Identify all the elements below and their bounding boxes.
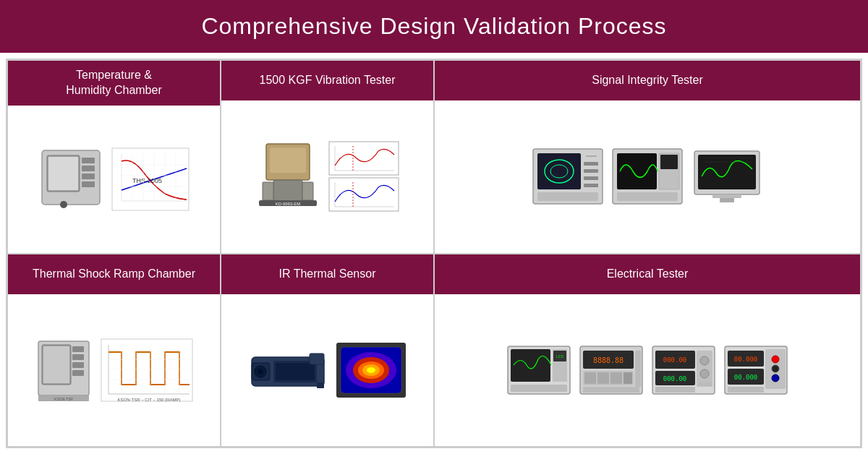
cell-header-electrical: Electrical Tester xyxy=(435,254,860,294)
svg-text:KSON-TSR: KSON-TSR xyxy=(54,397,73,401)
ir-sensor-device-image xyxy=(248,343,328,397)
vibration-machine-image: KD-9963-EM xyxy=(255,140,320,213)
digital-oscilloscope-image: LCD xyxy=(506,345,571,395)
svg-rect-46 xyxy=(617,153,657,189)
cell-electrical-tester: Electrical Tester LCD 8888.88 xyxy=(434,254,861,447)
svg-point-126 xyxy=(772,356,779,363)
pc-monitor-image xyxy=(691,147,763,205)
svg-rect-62 xyxy=(72,370,84,376)
svg-rect-5 xyxy=(82,174,95,179)
svg-rect-24 xyxy=(302,182,313,200)
svg-rect-43 xyxy=(584,184,598,187)
svg-text:00.000: 00.000 xyxy=(734,374,758,381)
oscilloscope2-image xyxy=(611,147,684,205)
cell-temp-humidity: Temperature &Humidity Chamber xyxy=(7,60,221,254)
page-wrapper: Comprehensive Design Validation Process … xyxy=(0,0,868,454)
svg-rect-4 xyxy=(82,166,95,171)
temp-chamber-device-image xyxy=(38,147,103,212)
svg-text:THS-2005: THS-2005 xyxy=(132,177,162,184)
svg-rect-40 xyxy=(584,162,598,166)
svg-rect-22 xyxy=(273,180,302,202)
svg-rect-54 xyxy=(712,194,741,198)
cell-vibration-tester: 1500 KGF Vibration Tester KD-9963-EM xyxy=(221,60,434,254)
cell-signal-integrity: Signal Integrity Tester xyxy=(434,60,861,254)
svg-rect-49 xyxy=(617,192,678,201)
cell-header-thermal-shock: Thermal Shock Ramp Chamber xyxy=(8,254,220,294)
svg-rect-44 xyxy=(537,192,598,201)
oscilloscope1-image xyxy=(532,147,604,205)
cell-header-ir-thermal: IR Thermal Sensor xyxy=(221,254,433,294)
svg-rect-55 xyxy=(720,198,734,202)
svg-point-127 xyxy=(772,365,779,372)
cell-header-temp-humidity: Temperature &Humidity Chamber xyxy=(8,61,220,106)
grid-container: Temperature &Humidity Chamber xyxy=(6,59,862,448)
svg-text:KD-9963-EM: KD-9963-EM xyxy=(275,202,300,206)
svg-rect-28 xyxy=(329,178,399,211)
svg-rect-83 xyxy=(276,363,315,380)
svg-point-7 xyxy=(60,201,67,208)
svg-rect-42 xyxy=(584,176,598,180)
svg-rect-85 xyxy=(317,382,324,388)
temp-chamber-chart-image: THS-2005 xyxy=(111,147,190,212)
power-supply2-image: 00.000 00.000 xyxy=(723,345,788,395)
svg-rect-58 xyxy=(43,346,69,383)
svg-text:8888.88: 8888.88 xyxy=(593,356,624,364)
vibration-chart-image xyxy=(328,140,400,213)
svg-rect-36 xyxy=(537,153,581,189)
svg-rect-95 xyxy=(511,349,550,382)
svg-rect-107 xyxy=(624,372,632,384)
svg-rect-119 xyxy=(655,387,695,393)
svg-rect-105 xyxy=(597,372,609,384)
svg-rect-60 xyxy=(72,354,84,360)
svg-rect-104 xyxy=(584,372,596,384)
svg-rect-61 xyxy=(72,362,84,368)
cell-header-signal: Signal Integrity Tester xyxy=(435,61,860,100)
svg-rect-59 xyxy=(72,346,84,352)
cell-body-signal xyxy=(435,100,860,253)
svg-point-116 xyxy=(700,356,709,365)
svg-rect-2 xyxy=(48,157,78,190)
cell-body-vibration: KD-9963-EM xyxy=(221,100,433,253)
svg-rect-41 xyxy=(584,169,598,173)
svg-rect-3 xyxy=(82,158,95,163)
cell-body-temp-humidity: THS-2005 xyxy=(8,106,220,253)
svg-point-128 xyxy=(772,374,779,382)
svg-point-81 xyxy=(259,370,262,373)
svg-rect-118 xyxy=(698,382,711,386)
ir-thermal-heatmap-image xyxy=(335,341,407,399)
thermal-shock-chart-image: KSON-TSR – CIT – 150 (RAMP) xyxy=(100,338,194,403)
svg-text:000.00: 000.00 xyxy=(663,375,687,382)
svg-rect-27 xyxy=(329,142,399,175)
svg-rect-109 xyxy=(583,387,639,393)
cell-body-thermal-shock: KSON-TSR xyxy=(8,294,220,447)
svg-point-117 xyxy=(700,369,709,378)
svg-rect-23 xyxy=(263,182,273,200)
svg-text:LCD: LCD xyxy=(556,354,563,359)
cell-body-ir-thermal xyxy=(221,294,433,447)
thermal-shock-device-image: KSON-TSR xyxy=(35,338,93,403)
svg-point-92 xyxy=(367,367,375,373)
cell-header-vibration: 1500 KGF Vibration Tester xyxy=(221,61,433,100)
svg-rect-21 xyxy=(270,147,306,173)
svg-rect-84 xyxy=(310,354,324,364)
svg-text:KSON-TSR – CIT – 150 (RAMP): KSON-TSR – CIT – 150 (RAMP) xyxy=(117,398,180,402)
svg-rect-106 xyxy=(610,372,622,384)
svg-text:00.000: 00.000 xyxy=(734,356,758,363)
frequency-counter-image: 8888.88 xyxy=(579,345,644,395)
cell-ir-thermal: IR Thermal Sensor xyxy=(221,254,434,447)
cell-body-electrical: LCD 8888.88 xyxy=(435,294,860,447)
power-supply1-image: 000.00 000.00 xyxy=(651,345,716,395)
cell-thermal-shock: Thermal Shock Ramp Chamber KSON-TSR xyxy=(7,254,221,447)
page-title: Comprehensive Design Validation Process xyxy=(0,0,868,53)
svg-rect-6 xyxy=(82,181,95,187)
svg-rect-108 xyxy=(635,351,641,387)
svg-rect-48 xyxy=(660,155,678,169)
svg-text:000.00: 000.00 xyxy=(663,356,687,364)
svg-rect-129 xyxy=(728,387,764,393)
svg-rect-99 xyxy=(511,385,567,392)
